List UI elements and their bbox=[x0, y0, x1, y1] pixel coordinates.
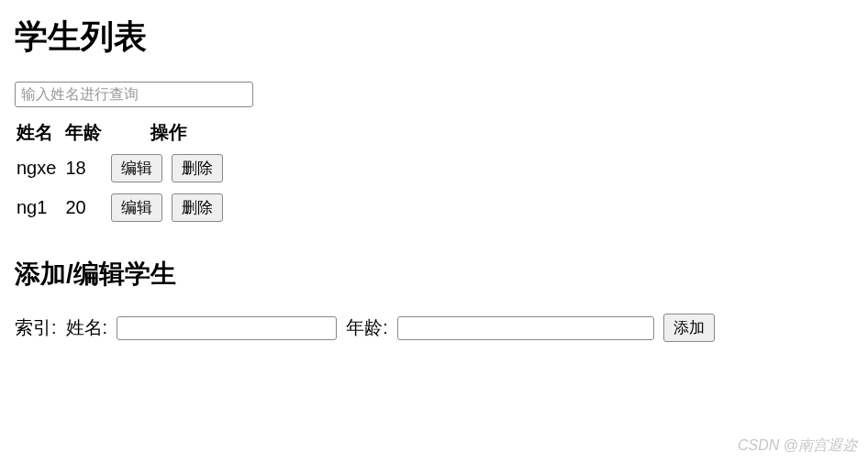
watermark: CSDN @南宫遐迩 bbox=[738, 436, 857, 456]
search-input[interactable] bbox=[15, 82, 253, 107]
cell-age: 20 bbox=[63, 188, 109, 227]
delete-button[interactable]: 删除 bbox=[172, 154, 223, 182]
cell-name: ngxe bbox=[15, 149, 63, 188]
table-row: ngxe 18 编辑 删除 bbox=[15, 149, 234, 188]
edit-button[interactable]: 编辑 bbox=[111, 193, 162, 222]
student-table: 姓名 年龄 操作 ngxe 18 编辑 删除 ng1 20 编辑 删除 bbox=[15, 116, 234, 227]
name-input[interactable] bbox=[117, 316, 337, 340]
age-input[interactable] bbox=[397, 316, 654, 340]
table-row: ng1 20 编辑 删除 bbox=[15, 188, 234, 227]
add-button[interactable]: 添加 bbox=[663, 314, 715, 342]
column-header-actions: 操作 bbox=[109, 116, 234, 149]
index-label: 索引: bbox=[15, 315, 57, 340]
column-header-name: 姓名 bbox=[15, 116, 63, 149]
cell-name: ng1 bbox=[15, 188, 63, 227]
cell-age: 18 bbox=[63, 149, 109, 188]
page-title: 学生列表 bbox=[15, 15, 853, 60]
age-label: 年龄: bbox=[346, 315, 388, 340]
delete-button[interactable]: 删除 bbox=[172, 193, 223, 222]
edit-button[interactable]: 编辑 bbox=[111, 154, 162, 182]
name-label: 姓名: bbox=[66, 315, 108, 340]
column-header-age: 年龄 bbox=[63, 116, 109, 149]
student-form: 索引: 姓名: 年龄: 添加 bbox=[15, 314, 853, 342]
form-title: 添加/编辑学生 bbox=[15, 257, 853, 292]
